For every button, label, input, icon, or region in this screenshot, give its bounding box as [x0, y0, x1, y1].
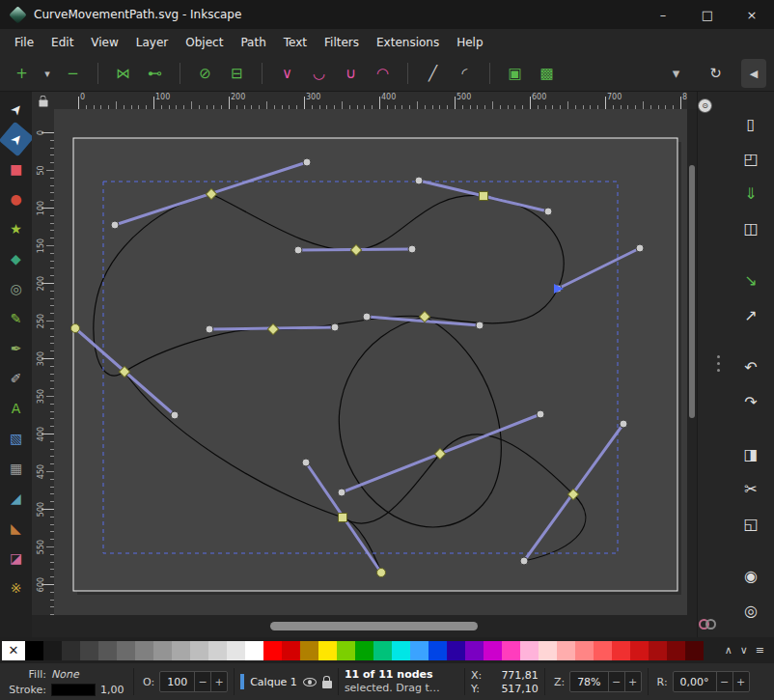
palette-swatch[interactable]	[43, 641, 62, 660]
save-document-icon[interactable]: ⇓	[736, 179, 765, 208]
zoom-increase-button[interactable]: +	[624, 672, 641, 691]
menu-object[interactable]: Object	[177, 32, 232, 53]
menu-edit[interactable]: Edit	[42, 32, 82, 53]
paint-bucket-tool-icon[interactable]: ◣	[4, 516, 29, 541]
handle-endpoint[interactable]	[537, 410, 544, 418]
menu-file[interactable]: File	[6, 32, 42, 53]
menu-filters[interactable]: Filters	[316, 32, 368, 53]
auto-smooth-node-icon[interactable]: ◠	[369, 60, 397, 87]
palette-swatch[interactable]	[502, 641, 520, 660]
print-document-icon[interactable]: ◫	[736, 213, 765, 242]
menu-path[interactable]: Path	[232, 32, 274, 53]
corner-node-icon[interactable]: ∨	[273, 60, 301, 87]
zoom-value[interactable]: 78%	[570, 672, 607, 691]
palette-swatch[interactable]	[263, 641, 282, 660]
handle-endpoint[interactable]	[171, 411, 179, 419]
pencil-tool-icon[interactable]: ✎	[4, 306, 29, 331]
menu-layer[interactable]: Layer	[127, 32, 177, 53]
break-nodes-icon[interactable]: ⊘	[191, 60, 219, 87]
close-button[interactable]: ×	[730, 0, 774, 29]
horizontal-scrollbar[interactable]	[32, 615, 697, 637]
quick-zoom-icon[interactable]: ⊙	[698, 98, 712, 113]
palette-swatch[interactable]	[80, 641, 98, 660]
palette-swatch[interactable]	[428, 641, 447, 660]
palette-swatch[interactable]	[337, 641, 355, 660]
palette-swatch[interactable]	[98, 641, 117, 660]
symmetric-node-icon[interactable]: ∪	[337, 60, 365, 87]
palette-swatch[interactable]	[117, 641, 135, 660]
palette-swatch[interactable]	[484, 641, 502, 660]
insert-node-options-icon[interactable]: ▾	[40, 60, 55, 87]
handle-endpoint[interactable]	[636, 244, 644, 252]
rotation-decrease-button[interactable]: −	[716, 672, 733, 691]
palette-swatch[interactable]	[649, 641, 667, 660]
handle-endpoint[interactable]	[302, 459, 310, 466]
palette-swatch[interactable]	[208, 641, 227, 660]
palette-swatch[interactable]	[245, 641, 263, 660]
stroke-color-swatch[interactable]	[51, 684, 96, 696]
path-node-end[interactable]	[377, 569, 386, 577]
insert-node-icon[interactable]: +	[8, 60, 36, 87]
handle-endpoint[interactable]	[206, 325, 213, 333]
palette-swatch[interactable]	[153, 641, 172, 660]
undo-icon[interactable]: ↶	[736, 352, 765, 381]
calligraphy-tool-icon[interactable]: ✐	[4, 366, 29, 391]
canvas-svg[interactable]	[54, 109, 687, 615]
new-document-icon[interactable]: ▯	[736, 109, 765, 138]
palette-swatch[interactable]	[557, 641, 575, 660]
palette-swatch[interactable]	[300, 641, 318, 660]
object-to-path-icon[interactable]: ▣	[501, 60, 529, 87]
cut-icon[interactable]: ✂	[736, 474, 765, 503]
color-managed-view-icon[interactable]	[699, 619, 718, 632]
mesh-gradient-tool-icon[interactable]: ▦	[4, 456, 29, 481]
palette-swatch[interactable]	[465, 641, 484, 660]
segment-to-curve-icon[interactable]: ◜	[451, 60, 479, 87]
palette-swatch[interactable]	[410, 641, 428, 660]
redo-icon[interactable]: ↷	[736, 387, 765, 416]
rotation-increase-button[interactable]: +	[733, 672, 749, 691]
paste-icon[interactable]: ◱	[736, 509, 765, 538]
path-node-square[interactable]	[339, 514, 347, 522]
pen-tool-icon[interactable]: ✒	[4, 336, 29, 361]
layer-lock-icon[interactable]	[322, 681, 332, 688]
box3d-tool-icon[interactable]: ◆	[4, 246, 29, 271]
palette-swatch[interactable]	[594, 641, 612, 660]
vertical-scrollbar-thumb[interactable]	[689, 165, 695, 418]
menu-view[interactable]: View	[82, 32, 126, 53]
star-tool-icon[interactable]: ★	[4, 216, 29, 241]
handle-endpoint[interactable]	[331, 323, 339, 331]
palette-scroll-up-icon[interactable]: ∧	[725, 644, 733, 657]
palette-swatch[interactable]	[62, 641, 80, 660]
zoom-to-drawing-icon[interactable]: ◎	[736, 596, 765, 625]
palette-swatch[interactable]	[667, 641, 685, 660]
handle-endpoint[interactable]	[338, 489, 346, 496]
maximize-button[interactable]: □	[685, 0, 730, 29]
no-color-swatch[interactable]: ✕	[2, 641, 25, 660]
segment-to-line-icon[interactable]: ╱	[419, 60, 447, 87]
palette-swatch[interactable]	[135, 641, 153, 660]
palette-swatch[interactable]	[227, 641, 245, 660]
minimize-button[interactable]: –	[641, 0, 685, 29]
node-tool-icon[interactable]: ➤	[0, 122, 34, 157]
rotation-spinner[interactable]: 0,00° − +	[673, 671, 750, 692]
palette-swatch[interactable]	[612, 641, 630, 660]
opacity-value[interactable]: 100	[160, 672, 194, 691]
path-node-square[interactable]	[480, 192, 488, 201]
stroke-to-path-icon[interactable]: ▩	[533, 60, 561, 87]
guide-lock-icon[interactable]	[39, 99, 47, 106]
opacity-decrease-button[interactable]: −	[194, 672, 210, 691]
coords-dropdown-icon[interactable]: ▾	[662, 60, 690, 87]
snapbar-collapse-button[interactable]: ◀	[741, 59, 766, 88]
handle-endpoint[interactable]	[303, 158, 311, 166]
layer-selector[interactable]: Calque 1	[250, 676, 297, 688]
palette-swatch[interactable]	[392, 641, 410, 660]
show-transform-handles-icon[interactable]: ↻	[702, 60, 730, 87]
palette-swatch[interactable]	[373, 641, 392, 660]
dropper-tool-icon[interactable]: ◢	[4, 486, 29, 511]
handle-endpoint[interactable]	[620, 420, 627, 428]
join-nodes-icon[interactable]: ⋈	[109, 60, 137, 87]
palette-swatch[interactable]	[318, 641, 337, 660]
horizontal-ruler[interactable]: 0100200300400500600700800	[54, 92, 687, 109]
drawing-canvas[interactable]	[54, 109, 687, 615]
palette-swatch[interactable]	[355, 641, 373, 660]
